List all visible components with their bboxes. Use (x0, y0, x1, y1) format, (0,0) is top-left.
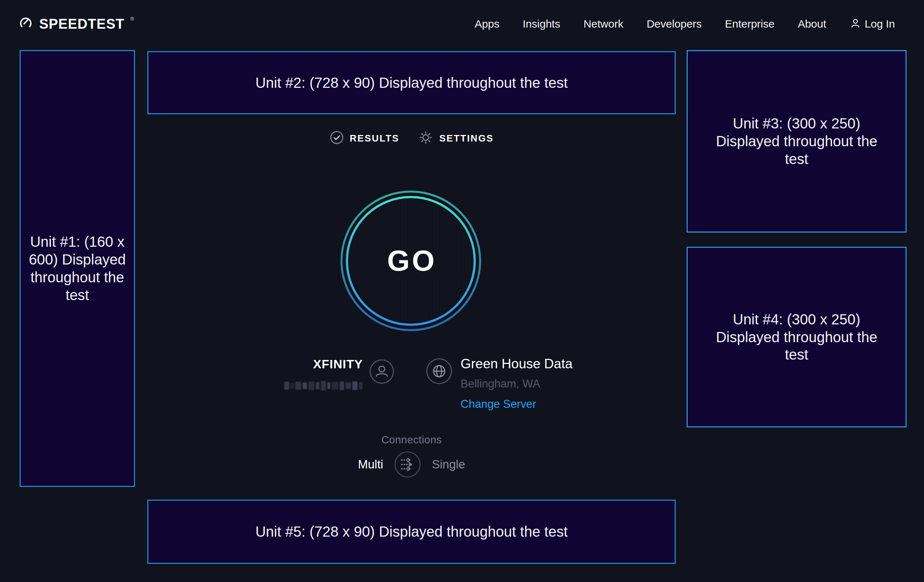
ad-unit-4: Unit #4: (300 x 250) Displayed throughou… (686, 247, 907, 427)
nav-item-insights[interactable]: Insights (523, 18, 560, 30)
server-name: Green House Data (460, 356, 573, 371)
ad-unit-4-label: Unit #4: (300 x 250) Displayed throughou… (704, 311, 889, 364)
ad-unit-2: Unit #2: (728 x 90) Displayed throughout… (147, 51, 676, 114)
change-server-link[interactable]: Change Server (460, 398, 573, 411)
isp-name[interactable]: XFINITY (254, 357, 363, 371)
ad-unit-2-label: Unit #2: (728 x 90) Displayed throughout… (256, 74, 568, 92)
nav-item-apps[interactable]: Apps (475, 18, 499, 30)
ad-unit-3: Unit #3: (300 x 250) Displayed throughou… (686, 50, 907, 232)
globe-circle-icon (426, 358, 452, 386)
connections-option-single[interactable]: Single (432, 458, 465, 472)
ad-unit-3-label: Unit #3: (300 x 250) Displayed throughou… (704, 115, 889, 168)
tab-results[interactable]: RESULTS (330, 130, 399, 146)
login-label: Log In (865, 18, 895, 30)
nav-item-developers[interactable]: Developers (647, 18, 702, 30)
login-button[interactable]: Log In (850, 17, 895, 30)
header: SPEEDTEST ® Apps Insights Network Develo… (17, 12, 895, 36)
nav-item-enterprise[interactable]: Enterprise (725, 18, 774, 30)
go-button-face: GO (345, 195, 477, 327)
user-circle-icon (370, 359, 394, 385)
go-button[interactable]: GO (340, 190, 482, 331)
speedometer-gauge-icon (17, 15, 34, 33)
check-circle-icon (330, 130, 344, 146)
ad-unit-1-label: Unit #1: (160 x 600) Displayed throughou… (26, 233, 129, 304)
ad-unit-5: Unit #5: (728 x 90) Displayed throughout… (147, 500, 676, 564)
nav-item-network[interactable]: Network (584, 18, 624, 30)
top-nav: Apps Insights Network Developers Enterpr… (475, 17, 895, 30)
tab-results-label: RESULTS (350, 133, 399, 144)
speedtest-page: SPEEDTEST ® Apps Insights Network Develo… (0, 0, 924, 582)
multi-connection-arrows-icon[interactable] (394, 451, 421, 478)
nav-item-about[interactable]: About (798, 18, 826, 30)
server-location: Bellingham, WA (460, 378, 573, 391)
user-icon (850, 17, 861, 30)
connections-toggle-row: Multi Single (147, 451, 676, 478)
speedtest-logo[interactable]: SPEEDTEST ® (17, 15, 133, 33)
connections-option-multi[interactable]: Multi (358, 458, 383, 472)
ad-unit-5-label: Unit #5: (728 x 90) Displayed throughout… (256, 523, 568, 541)
server-info: Green House Data Bellingham, WA Change S… (460, 356, 573, 411)
results-settings-tabs: RESULTS SETTI (147, 130, 676, 147)
gear-icon (418, 130, 433, 147)
registered-trademark: ® (130, 16, 134, 22)
tab-settings[interactable]: SETTINGS (418, 130, 493, 147)
connections-label: Connections (147, 434, 676, 446)
redacted-ip-address (284, 380, 363, 391)
logo-wordmark: SPEEDTEST (39, 16, 124, 32)
go-button-label: GO (385, 244, 437, 278)
tab-settings-label: SETTINGS (439, 133, 493, 144)
ad-unit-1: Unit #1: (160 x 600) Displayed throughou… (20, 50, 135, 487)
